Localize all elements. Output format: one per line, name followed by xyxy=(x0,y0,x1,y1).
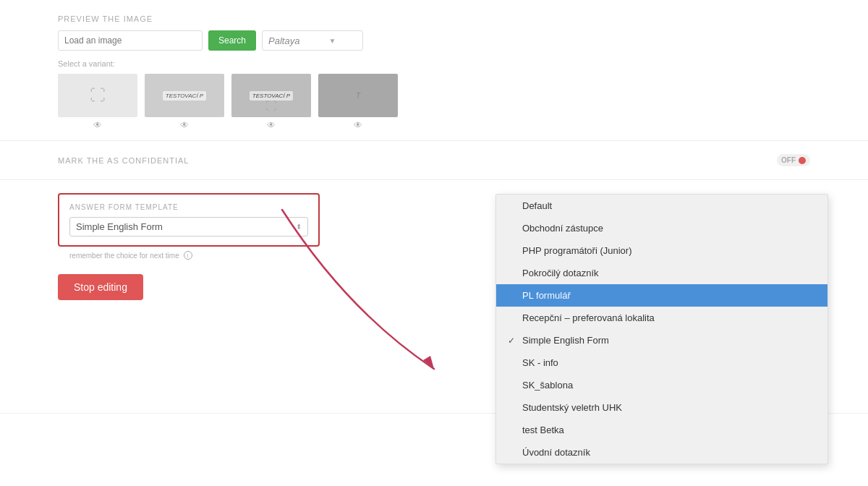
search-button[interactable]: Search xyxy=(208,30,256,51)
variant-item[interactable]: TESTOVACÍ P ⛶ 👁 xyxy=(231,74,311,130)
preview-title: PREVIEW THE IMAGE xyxy=(58,14,810,23)
page-container: PREVIEW THE IMAGE Search Paltaya ▼ Selec… xyxy=(0,0,868,486)
image-input[interactable] xyxy=(58,30,203,51)
answer-form-title: ANSWER FORM TEMPLATE xyxy=(69,203,308,211)
dropdown-item-label: SK_šablona xyxy=(522,380,573,391)
confidential-row: MARK THE AS CONFIDENTIAL OFF xyxy=(0,147,868,174)
dropdown-item-label: Recepční – preferovaná lokalita xyxy=(522,312,655,323)
svg-marker-0 xyxy=(423,356,434,369)
dropdown-item-label: SK - info xyxy=(522,357,558,368)
gray-block: T xyxy=(318,74,398,117)
top-section: PREVIEW THE IMAGE Search Paltaya ▼ Selec… xyxy=(0,0,868,130)
dropdown-item-label: Simple English Form xyxy=(522,335,609,346)
dropdown-popup: DefaultObchodní zástupcePHP programátoři… xyxy=(495,194,828,464)
eye-icon[interactable]: 👁 xyxy=(180,120,189,130)
answer-form-select[interactable]: Simple English Form ⬍ xyxy=(69,217,308,236)
image-search-row: Search Paltaya ▼ xyxy=(58,30,810,51)
dropdown-item-pokrocily[interactable]: Pokročilý dotazník xyxy=(496,262,827,284)
dropdown-item-test-betka[interactable]: test Betka xyxy=(496,419,827,441)
font-dropdown[interactable]: Paltaya ▼ xyxy=(262,30,363,51)
eye-icon[interactable]: 👁 xyxy=(267,120,276,130)
divider-2 xyxy=(0,179,868,180)
dropdown-item-sk-info[interactable]: SK - info xyxy=(496,351,827,374)
dropdown-item-sk-sablona[interactable]: SK_šablona xyxy=(496,374,827,396)
variant-overlay-4: T xyxy=(356,92,360,100)
variant-thumb-4[interactable]: T xyxy=(318,74,398,117)
dropdown-item-default[interactable]: Default xyxy=(496,195,827,217)
eye-icon[interactable]: 👁 xyxy=(93,120,102,130)
toggle-off[interactable]: OFF xyxy=(777,154,810,166)
dropdown-item-simple[interactable]: ✓Simple English Form xyxy=(496,329,827,351)
answer-form-box: ANSWER FORM TEMPLATE Simple English Form… xyxy=(58,193,320,247)
toggle-off-text: OFF xyxy=(781,156,796,164)
dropdown-item-recepční[interactable]: Recepční – preferovaná lokalita xyxy=(496,307,827,329)
selected-form-value: Simple English Form xyxy=(76,221,163,232)
dropdown-item-label: PL formulář xyxy=(522,290,571,301)
font-value: Paltaya xyxy=(268,35,299,46)
eye-icon[interactable]: 👁 xyxy=(354,120,362,130)
chevron-down-icon: ▼ xyxy=(328,37,336,45)
variant-item[interactable]: ⛶ 👁 xyxy=(58,74,137,130)
dropdown-item-studentsky[interactable]: Studentský veletrh UHK xyxy=(496,396,827,419)
variant-thumb-1[interactable]: ⛶ xyxy=(58,74,137,117)
dropdown-item-uvodni[interactable]: Úvodní dotazník xyxy=(496,441,827,464)
variants-row: ⛶ 👁 TESTOVACÍ P 👁 TESTOVACÍ P xyxy=(58,74,810,130)
dropdown-item-label: Obchodní zástupce xyxy=(522,223,603,234)
divider-1 xyxy=(0,140,868,141)
confidential-label: MARK THE AS CONFIDENTIAL xyxy=(58,156,190,165)
dropdown-item-label: Default xyxy=(522,200,552,211)
image-icon-3: ⛶ xyxy=(265,100,277,113)
variant-overlay-2: TESTOVACÍ P xyxy=(163,91,206,101)
dropdown-item-pl[interactable]: PL formulář xyxy=(496,284,827,307)
variant-item[interactable]: TESTOVACÍ P 👁 xyxy=(145,74,224,130)
image-placeholder-icon: ⛶ xyxy=(90,86,106,105)
checkmark-icon: ✓ xyxy=(508,336,518,346)
dropdown-item-label: test Betka xyxy=(522,425,564,435)
dropdown-item-label: Studentský veletrh UHK xyxy=(522,402,622,413)
variant-item[interactable]: T 👁 xyxy=(318,74,398,130)
dropdown-item-label: PHP programátoři (Junior) xyxy=(522,245,631,256)
dropdown-item-php[interactable]: PHP programátoři (Junior) xyxy=(496,239,827,262)
select-arrow-icon: ⬍ xyxy=(296,223,302,231)
toggle-dot xyxy=(799,157,806,164)
info-icon[interactable]: i xyxy=(184,251,192,260)
dropdown-item-label: Pokročilý dotazník xyxy=(522,268,599,278)
dropdown-list: DefaultObchodní zástupcePHP programátoři… xyxy=(496,195,827,464)
variant-label: Select a variant: xyxy=(58,59,810,68)
variant-thumb-2[interactable]: TESTOVACÍ P xyxy=(145,74,224,117)
dropdown-item-obchodni[interactable]: Obchodní zástupce xyxy=(496,217,827,239)
dropdown-item-label: Úvodní dotazník xyxy=(522,447,590,458)
variant-thumb-3[interactable]: TESTOVACÍ P ⛶ xyxy=(231,74,311,117)
remember-text: remember the choice for next time xyxy=(69,252,179,260)
stop-editing-button[interactable]: Stop editing xyxy=(58,274,143,300)
variant-overlay-3: TESTOVACÍ P xyxy=(250,91,293,101)
